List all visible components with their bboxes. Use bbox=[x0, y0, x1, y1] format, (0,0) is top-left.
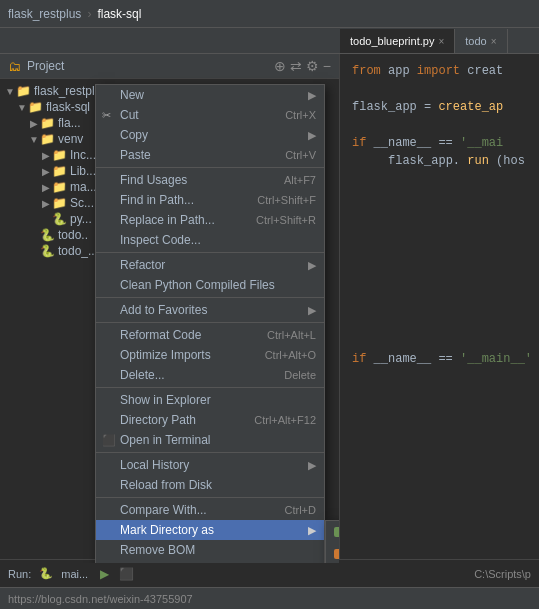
sidebar-header: 🗂 Project ⊕ ⇄ ⚙ − bbox=[0, 54, 339, 79]
menu-item-delete[interactable]: Delete... Delete bbox=[96, 365, 324, 385]
expand-arrow: ▼ bbox=[16, 102, 28, 113]
code-line bbox=[352, 80, 527, 98]
status-url: https://blog.csdn.net/weixin-43755907 bbox=[8, 593, 193, 605]
shortcut-label: Delete bbox=[284, 369, 316, 381]
title-active: flask-sql bbox=[97, 7, 141, 21]
run-label: Run: bbox=[8, 568, 31, 580]
collapse-icon[interactable]: ⇄ bbox=[290, 58, 302, 74]
shortcut-label: Ctrl+Alt+L bbox=[267, 329, 316, 341]
menu-item-optimize[interactable]: Optimize Imports Ctrl+Alt+O bbox=[96, 345, 324, 365]
editor: from app import creat flask_app = create… bbox=[340, 54, 539, 563]
sidebar: 🗂 Project ⊕ ⇄ ⚙ − ▼ 📁 flask_restplus C:\… bbox=[0, 54, 340, 563]
menu-label: Paste bbox=[120, 148, 151, 162]
expand-arrow: ▶ bbox=[40, 166, 52, 177]
context-menu: New ▶ ✂ Cut Ctrl+X Copy ▶ Paste Ctrl+V F… bbox=[95, 84, 325, 563]
menu-item-refactor[interactable]: Refactor ▶ bbox=[96, 255, 324, 275]
tab-todo-blueprint[interactable]: todo_blueprint.py × bbox=[340, 29, 455, 53]
menu-divider bbox=[96, 252, 324, 253]
menu-item-show-explorer[interactable]: Show in Explorer bbox=[96, 390, 324, 410]
python-file-icon: 🐍 bbox=[52, 212, 67, 226]
expand-arrow: ▶ bbox=[40, 182, 52, 193]
folder-icon: 📁 bbox=[52, 164, 67, 178]
menu-item-compare[interactable]: Compare With... Ctrl+D bbox=[96, 500, 324, 520]
menu-label: Directory Path bbox=[120, 413, 196, 427]
folder-icon: 📁 bbox=[28, 100, 43, 114]
menu-item-reformat[interactable]: Reformat Code Ctrl+Alt+L bbox=[96, 325, 324, 345]
menu-label: Add to Favorites bbox=[120, 303, 207, 317]
code-line-main: if __name__ == '__main__' bbox=[352, 350, 527, 368]
run-bar: Run: 🐍 mai... ▶ ⬛ C:\Scripts\p bbox=[0, 559, 539, 587]
code-line: flask_app. run (hos bbox=[352, 152, 527, 170]
menu-item-cut[interactable]: ✂ Cut Ctrl+X bbox=[96, 105, 324, 125]
title-separator: › bbox=[87, 7, 91, 21]
menu-item-inspect[interactable]: Inspect Code... bbox=[96, 230, 324, 250]
menu-item-remove-bom[interactable]: Remove BOM bbox=[96, 540, 324, 560]
menu-item-new[interactable]: New ▶ bbox=[96, 85, 324, 105]
menu-label: Refactor bbox=[120, 258, 165, 272]
menu-item-local-history[interactable]: Local History ▶ bbox=[96, 455, 324, 475]
menu-divider bbox=[96, 167, 324, 168]
menu-item-create-gist[interactable]: Create Gist... bbox=[96, 560, 324, 563]
tree-item-label: flask-sql bbox=[46, 100, 90, 114]
code-line bbox=[352, 116, 527, 134]
menu-item-dir-path[interactable]: Directory Path Ctrl+Alt+F12 bbox=[96, 410, 324, 430]
minimize-icon[interactable]: − bbox=[323, 58, 331, 74]
tab-todo[interactable]: todo × bbox=[455, 29, 507, 53]
menu-item-add-favorites[interactable]: Add to Favorites ▶ bbox=[96, 300, 324, 320]
shortcut-label: Alt+F7 bbox=[284, 174, 316, 186]
menu-item-paste[interactable]: Paste Ctrl+V bbox=[96, 145, 324, 165]
menu-divider bbox=[96, 452, 324, 453]
status-path: C:\Scripts\p bbox=[474, 568, 531, 580]
shortcut-label: Ctrl+Shift+R bbox=[256, 214, 316, 226]
menu-label: Replace in Path... bbox=[120, 213, 215, 227]
tree-item-label: Sc... bbox=[70, 196, 94, 210]
menu-label: Remove BOM bbox=[120, 543, 195, 557]
menu-item-reload[interactable]: Reload from Disk bbox=[96, 475, 324, 495]
menu-item-find-path[interactable]: Find in Path... Ctrl+Shift+F bbox=[96, 190, 324, 210]
menu-label: Local History bbox=[120, 458, 189, 472]
menu-item-replace[interactable]: Replace in Path... Ctrl+Shift+R bbox=[96, 210, 324, 230]
submenu-arrow: ▶ bbox=[308, 304, 316, 317]
cut-icon: ✂ bbox=[102, 109, 111, 122]
menu-label: Inspect Code... bbox=[120, 233, 201, 247]
menu-item-find-usages[interactable]: Find Usages Alt+F7 bbox=[96, 170, 324, 190]
submenu-item-sources-root[interactable]: Sources Root bbox=[326, 521, 340, 543]
submenu-arrow: ▶ bbox=[308, 259, 316, 272]
shortcut-label: Ctrl+Alt+O bbox=[265, 349, 316, 361]
menu-item-open-terminal[interactable]: ⬛ Open in Terminal bbox=[96, 430, 324, 450]
tab-label: todo bbox=[465, 35, 486, 47]
status-bar: https://blog.csdn.net/weixin-43755907 bbox=[0, 587, 539, 609]
run-stop-icon[interactable]: ⬛ bbox=[119, 567, 134, 581]
settings-icon[interactable]: ⚙ bbox=[306, 58, 319, 74]
submenu-arrow: ▶ bbox=[308, 459, 316, 472]
project-icon: 🗂 bbox=[8, 59, 21, 74]
menu-label: Delete... bbox=[120, 368, 165, 382]
run-file-icon: 🐍 bbox=[39, 567, 53, 580]
menu-label: Copy bbox=[120, 128, 148, 142]
shortcut-label: Ctrl+Shift+F bbox=[257, 194, 316, 206]
submenu-item-excluded[interactable]: Excluded bbox=[326, 543, 340, 563]
tree-item-label: todo.. bbox=[58, 228, 88, 242]
sync-icon[interactable]: ⊕ bbox=[274, 58, 286, 74]
menu-label: Mark Directory as bbox=[120, 523, 214, 537]
code-line: from app import creat bbox=[352, 62, 527, 80]
expand-arrow: ▼ bbox=[4, 86, 16, 97]
tab-close-icon[interactable]: × bbox=[491, 36, 497, 47]
tree-item-label: todo_.. bbox=[58, 244, 95, 258]
code-line: flask_app = create_ap bbox=[352, 98, 527, 116]
run-play-icon[interactable]: ▶ bbox=[100, 567, 109, 581]
menu-item-clean[interactable]: Clean Python Compiled Files bbox=[96, 275, 324, 295]
main-layout: 🗂 Project ⊕ ⇄ ⚙ − ▼ 📁 flask_restplus C:\… bbox=[0, 54, 539, 563]
title-bar: flask_restplus › flask-sql bbox=[0, 0, 539, 28]
expand-arrow: ▼ bbox=[28, 134, 40, 145]
folder-icon: 📁 bbox=[16, 84, 31, 98]
expand-arrow: ▶ bbox=[40, 198, 52, 209]
menu-item-mark-dir[interactable]: Mark Directory as ▶ Sources Root Exclude… bbox=[96, 520, 324, 540]
menu-divider bbox=[96, 322, 324, 323]
menu-label: Find in Path... bbox=[120, 193, 194, 207]
menu-label: Clean Python Compiled Files bbox=[120, 278, 275, 292]
menu-item-copy[interactable]: Copy ▶ bbox=[96, 125, 324, 145]
tab-close-icon[interactable]: × bbox=[438, 36, 444, 47]
menu-label: Cut bbox=[120, 108, 139, 122]
menu-label: Open in Terminal bbox=[120, 433, 211, 447]
